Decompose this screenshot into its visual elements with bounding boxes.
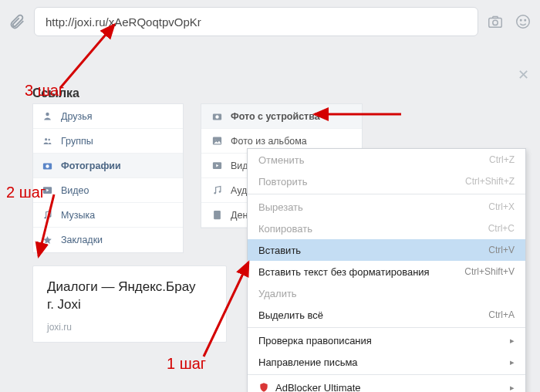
svg-point-7 <box>48 139 50 141</box>
user-icon <box>41 110 53 123</box>
svg-point-6 <box>45 138 47 140</box>
sidebar-item-label: Закладки <box>61 235 103 245</box>
svg-point-12 <box>49 215 51 218</box>
svg-point-19 <box>218 191 221 193</box>
url-input[interactable] <box>46 15 467 29</box>
shield-icon <box>258 382 269 392</box>
menu-item-label: Выделить всё <box>258 309 323 321</box>
svg-point-16 <box>214 139 216 140</box>
context-menu-item: КопироватьCtrl+C <box>248 218 525 239</box>
emoji-icon[interactable] <box>512 11 534 32</box>
context-menu: ОтменитьCtrl+ZПовторитьCtrl+Shift+ZВырез… <box>247 148 526 392</box>
menu-item-label: Вставить <box>258 245 301 256</box>
sidebar-item-label: Группы <box>61 136 93 147</box>
group-icon <box>41 135 53 147</box>
menu-shortcut: Ctrl+A <box>488 309 515 320</box>
music-icon <box>41 209 53 221</box>
url-input-box[interactable] <box>34 7 478 36</box>
menu-separator <box>248 374 525 375</box>
svg-rect-0 <box>489 18 502 27</box>
menu-separator <box>248 194 525 194</box>
svg-point-3 <box>521 19 521 20</box>
menu-shortcut: Ctrl+Shift+Z <box>465 176 515 187</box>
menu-item-label: Вырезать <box>258 201 303 213</box>
context-menu-item[interactable]: Вставить текст без форматированияCtrl+Sh… <box>248 261 525 282</box>
menu-item-label: Отменить <box>258 154 304 166</box>
menu-shortcut: Ctrl+V <box>488 245 515 255</box>
sidebar-item-music[interactable]: Музыка <box>33 203 183 228</box>
sidebar-item-camera[interactable]: Фотографии <box>33 154 183 178</box>
sidebar-item-group[interactable]: Группы <box>33 129 183 154</box>
svg-point-4 <box>525 19 525 20</box>
svg-rect-21 <box>215 213 219 214</box>
svg-rect-22 <box>215 215 219 216</box>
doc-icon <box>211 209 223 221</box>
camera-icon <box>41 160 53 172</box>
music-icon <box>211 184 223 197</box>
sidebar-item-video[interactable]: Видео <box>33 178 183 203</box>
camera-icon <box>211 110 223 123</box>
attachment-option[interactable]: Фото с устройства <box>201 104 362 129</box>
svg-point-11 <box>44 217 46 219</box>
close-icon[interactable]: ✕ <box>518 66 529 83</box>
sidebar-menu: ДрузьяГруппыФотографииВидеоМузыкаЗакладк… <box>32 103 184 253</box>
menu-shortcut: Ctrl+X <box>488 201 515 212</box>
svg-point-14 <box>215 115 218 118</box>
preview-source: joxi.ru <box>47 322 212 333</box>
message-input-bar <box>0 5 540 39</box>
menu-item-label: Проверка правописания <box>258 335 372 346</box>
svg-point-2 <box>517 15 530 29</box>
sidebar-item-label: Фотографии <box>61 161 121 171</box>
context-menu-item: ВырезатьCtrl+X <box>248 196 525 218</box>
video-icon <box>211 160 223 172</box>
link-preview-card[interactable]: Диалоги — Яндекс.Брау г. Joxi joxi.ru <box>32 265 227 343</box>
context-menu-item: ПовторитьCtrl+Shift+Z <box>248 171 525 192</box>
attachment-option-label: Фото из альбома <box>231 136 307 147</box>
menu-shortcut: Ctrl+Z <box>489 154 515 165</box>
annotation-step-1: 1 шаг <box>167 355 206 373</box>
sidebar-item-label: Друзья <box>61 111 93 122</box>
menu-item-label: Повторить <box>258 176 307 188</box>
camera-icon[interactable] <box>484 11 506 32</box>
attachment-option-label: Ден <box>231 210 248 221</box>
annotation-step-3: 3 шаг <box>25 82 64 100</box>
attachment-option-label: Вид <box>231 161 248 171</box>
sidebar-item-user[interactable]: Друзья <box>33 104 183 129</box>
context-menu-item[interactable]: Проверка правописания <box>248 329 525 351</box>
star-icon <box>41 234 53 246</box>
context-menu-item[interactable]: AdBlocker Ultimate <box>248 377 525 392</box>
preview-title: Диалоги — Яндекс.Брау г. Joxi <box>47 279 212 314</box>
context-menu-item[interactable]: Выделить всёCtrl+A <box>248 304 525 326</box>
photo-icon <box>211 135 223 147</box>
annotation-step-2: 2 шаг <box>6 184 46 201</box>
context-menu-item[interactable]: Направление письма <box>248 351 525 373</box>
menu-shortcut: Ctrl+Shift+V <box>464 266 515 277</box>
attach-icon[interactable] <box>6 11 28 32</box>
menu-separator <box>248 327 525 328</box>
svg-point-5 <box>46 113 49 116</box>
menu-item-label: Вставить текст без форматирования <box>258 266 430 278</box>
context-menu-item: Удалить <box>248 282 525 304</box>
sidebar-item-label: Видео <box>61 185 89 196</box>
menu-item-label: Копировать <box>258 223 312 235</box>
menu-item-label: Удалить <box>258 288 297 299</box>
sidebar-item-star[interactable]: Закладки <box>33 228 183 252</box>
menu-item-label: Направление письма <box>258 357 358 368</box>
svg-point-18 <box>214 192 216 194</box>
svg-point-1 <box>493 20 498 25</box>
menu-item-label: AdBlocker Ultimate <box>275 382 361 393</box>
attachment-option-label: Фото с устройства <box>231 111 320 122</box>
attachment-option-label: Ауд <box>231 185 247 196</box>
context-menu-item: ОтменитьCtrl+Z <box>248 149 525 171</box>
sidebar-item-label: Музыка <box>61 210 95 221</box>
menu-shortcut: Ctrl+C <box>488 223 515 234</box>
svg-point-9 <box>46 164 49 167</box>
context-menu-item[interactable]: ВставитьCtrl+V <box>248 239 525 261</box>
